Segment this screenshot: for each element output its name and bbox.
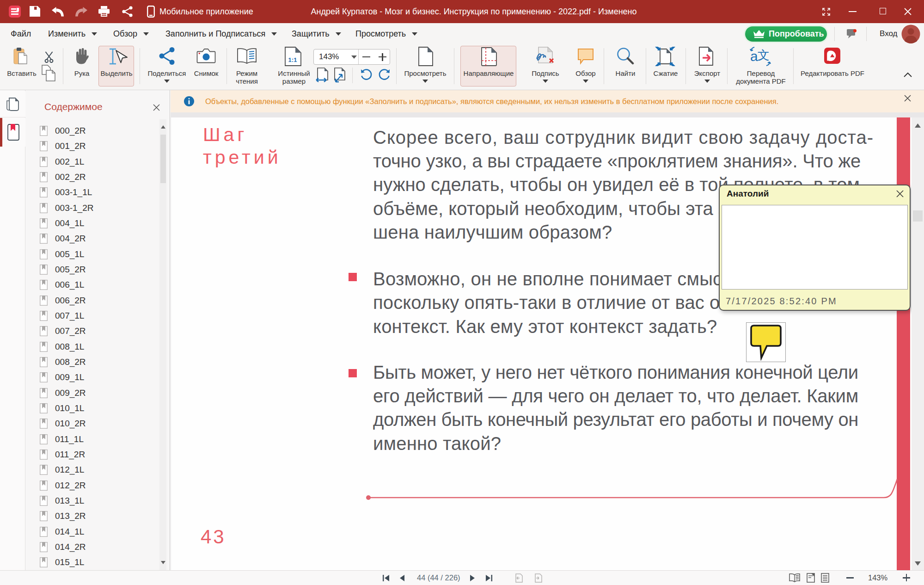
svg-text:1:1: 1:1 bbox=[288, 56, 297, 63]
svg-text:文: 文 bbox=[758, 48, 770, 62]
